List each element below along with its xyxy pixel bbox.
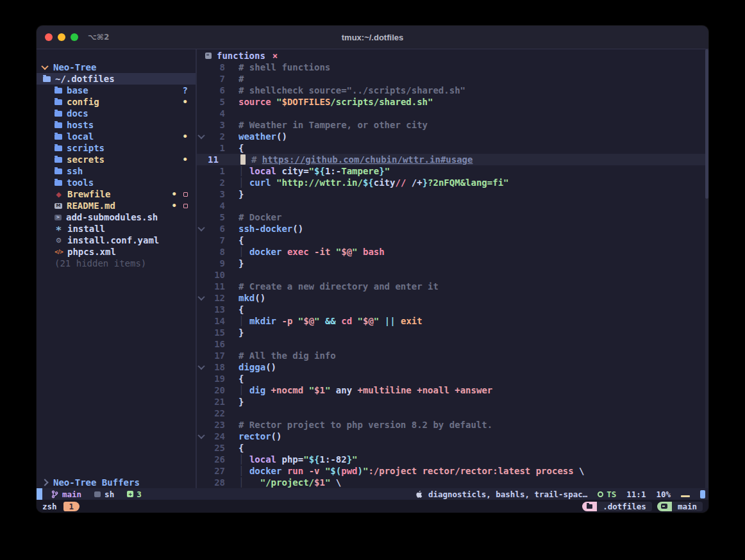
code-line-7[interactable]: 2weather() bbox=[197, 131, 708, 142]
tree-item-tools[interactable]: tools bbox=[37, 177, 196, 188]
tree-item-badges: • bbox=[183, 156, 188, 163]
code-line-34[interactable]: 25{ bbox=[197, 442, 708, 454]
code-line-37[interactable]: 28│ "/project/$1" \ bbox=[197, 477, 708, 488]
code-line-27[interactable]: 18digga() bbox=[197, 361, 708, 373]
tree-item-docs[interactable]: docs bbox=[37, 108, 196, 119]
tree-item-local[interactable]: local• bbox=[37, 131, 196, 142]
code-token bbox=[319, 466, 324, 476]
code-token: } bbox=[239, 258, 244, 268]
code-line-26[interactable]: 17# All the dig info bbox=[197, 350, 708, 361]
tree-item--.dotfiles[interactable]: ~/.dotfiles bbox=[37, 73, 196, 85]
code-line-10[interactable]: 1│ local city="${1:-Tampere}" bbox=[197, 165, 708, 177]
tree-item-scripts[interactable]: scripts bbox=[37, 142, 196, 154]
neo-tree-buffers-header[interactable]: Neo-Tree Buffers bbox=[37, 477, 196, 488]
neo-tree-header[interactable]: Neo-Tree bbox=[37, 62, 196, 73]
code-line-13[interactable]: 4 bbox=[197, 200, 708, 211]
tree-item-readme.md[interactable]: MREADME.md• bbox=[37, 200, 196, 211]
markdown-icon: M bbox=[54, 203, 62, 209]
code-line-32[interactable]: 23# Rector project to php version 8.2 by… bbox=[197, 419, 708, 431]
code-line-14[interactable]: 5# Docker bbox=[197, 211, 708, 223]
treesitter-label: TS bbox=[607, 490, 616, 499]
editor-scrollbar[interactable] bbox=[705, 49, 708, 488]
folder-icon bbox=[54, 99, 62, 105]
tree-item-brewfile[interactable]: ◆Brewfile• bbox=[37, 188, 196, 200]
code-line-30[interactable]: 21} bbox=[197, 396, 708, 408]
scrollbar-thumb[interactable] bbox=[705, 49, 708, 199]
tree-item-install[interactable]: *install bbox=[37, 223, 196, 235]
tab-functions[interactable]: functions × bbox=[205, 51, 278, 61]
titlebar[interactable]: ⌥⌘2 tmux:~/.dotfiles bbox=[37, 26, 708, 49]
tmux-host-segment[interactable]: main bbox=[657, 502, 703, 511]
tree-item-badges: • bbox=[183, 133, 188, 140]
code-token: # Weather in Tampere, or other city bbox=[239, 120, 428, 130]
tmux-window-name[interactable]: zsh bbox=[42, 502, 57, 511]
code-token: ssh-docker bbox=[239, 224, 292, 234]
code-line-6[interactable]: 3# Weather in Tampere, or other city bbox=[197, 119, 708, 131]
tree-item-ssh[interactable]: ssh bbox=[37, 165, 196, 177]
code-line-28[interactable]: 19{ bbox=[197, 373, 708, 384]
code-line-24[interactable]: 15} bbox=[197, 327, 708, 338]
tmux-session-segment[interactable]: .dotfiles bbox=[582, 502, 652, 511]
code-line-20[interactable]: 11# Create a new directory and enter it bbox=[197, 281, 708, 292]
code-line-8[interactable]: 1{ bbox=[197, 142, 708, 154]
tree-item-hosts[interactable]: hosts bbox=[37, 119, 196, 131]
tree-item-base[interactable]: base? bbox=[37, 85, 196, 96]
code-token: " bbox=[314, 316, 319, 326]
code-token: -v bbox=[309, 466, 320, 476]
code-line-4[interactable]: 5source "$DOTFILES/scripts/shared.sh" bbox=[197, 96, 708, 108]
tree-item-phpcs.xml[interactable]: </>phpcs.xml bbox=[37, 246, 196, 258]
fold-chevron-icon[interactable] bbox=[197, 226, 206, 231]
fold-chevron-icon[interactable] bbox=[197, 134, 206, 139]
code-line-18[interactable]: 9} bbox=[197, 258, 708, 269]
zoom-window-button[interactable] bbox=[71, 33, 78, 41]
fold-chevron-icon[interactable] bbox=[197, 365, 206, 370]
tree-item-add-submodules.sh[interactable]: >add-submodules.sh bbox=[37, 211, 196, 223]
code-line-5[interactable]: 4 bbox=[197, 108, 708, 119]
code-line-23[interactable]: 14│ mkdir -p "$@" && cd "$@" || exit bbox=[197, 315, 708, 327]
code-line-3[interactable]: 6# shellcheck source="../scripts/shared.… bbox=[197, 85, 708, 96]
code-line-33[interactable]: 24rector() bbox=[197, 431, 708, 442]
sidebar-spacer bbox=[37, 269, 196, 477]
code-token bbox=[244, 477, 260, 488]
code-token bbox=[309, 247, 314, 257]
close-tab-icon[interactable]: × bbox=[272, 51, 278, 61]
code-token: } bbox=[239, 189, 244, 199]
code-token: "http://wttr.in/ bbox=[276, 177, 363, 188]
tree-item-config[interactable]: config• bbox=[37, 96, 196, 108]
line-number: 2 bbox=[206, 177, 225, 188]
code-line-9[interactable]: 11 # https://github.com/chubin/wttr.in#u… bbox=[197, 154, 708, 165]
code-line-17[interactable]: 8│ docker exec -it "$@" bash bbox=[197, 246, 708, 258]
line-number: 20 bbox=[206, 385, 225, 395]
fold-chevron-icon[interactable] bbox=[197, 295, 206, 301]
code-line-21[interactable]: 12mkd() bbox=[197, 292, 708, 304]
code-line-2[interactable]: 7# bbox=[197, 73, 708, 85]
code-text: # Weather in Tampere, or other city bbox=[239, 120, 708, 130]
code-token bbox=[244, 247, 249, 257]
code-token: # All the dig info bbox=[239, 350, 336, 361]
code-line-31[interactable]: 22 bbox=[197, 408, 708, 419]
code-line-22[interactable]: 13{ bbox=[197, 304, 708, 315]
modified-dot-icon: • bbox=[172, 202, 177, 209]
code-line-25[interactable]: 16 bbox=[197, 338, 708, 350]
code-line-11[interactable]: 2│ curl "http://wttr.in/${city// /+}?2nF… bbox=[197, 177, 708, 188]
code-line-15[interactable]: 6ssh-docker() bbox=[197, 223, 708, 235]
code-line-35[interactable]: 26│ local php="${1:-82}" bbox=[197, 454, 708, 465]
tmux-window-index[interactable]: 1 bbox=[63, 502, 80, 511]
close-window-button[interactable] bbox=[45, 33, 53, 41]
code-line-1[interactable]: 8# shell functions bbox=[197, 62, 708, 73]
code-line-36[interactable]: 27│ docker run -v "$(pwd)":/project rect… bbox=[197, 465, 708, 477]
code-token: $DOTFILES bbox=[281, 97, 330, 107]
code-token: docker bbox=[249, 466, 282, 476]
code-token: /scripts/shared.sh" bbox=[330, 97, 433, 107]
tree-item-install.conf.yaml[interactable]: ⚙install.conf.yaml bbox=[37, 235, 196, 246]
code-line-19[interactable]: 10 bbox=[197, 269, 708, 281]
tree-item-secrets[interactable]: secrets• bbox=[37, 154, 196, 165]
fold-chevron-icon[interactable] bbox=[197, 434, 206, 439]
code-line-12[interactable]: 3} bbox=[197, 188, 708, 200]
code-line-29[interactable]: 20│ dig +nocmd "$1" any +multiline +noal… bbox=[197, 384, 708, 396]
code-line-16[interactable]: 7{ bbox=[197, 235, 708, 246]
folder-icon bbox=[54, 180, 62, 186]
minimize-window-button[interactable] bbox=[58, 33, 65, 41]
git-branch-name: main bbox=[62, 490, 81, 499]
line-number: 21 bbox=[206, 397, 225, 407]
